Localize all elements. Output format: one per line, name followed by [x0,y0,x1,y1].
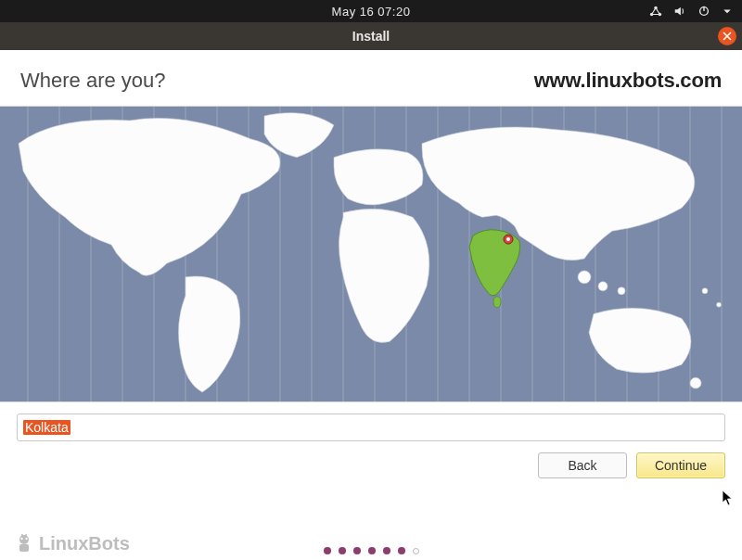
svg-rect-41 [21,534,23,537]
gnome-topbar: May 16 07:20 [0,0,742,22]
network-icon[interactable] [649,5,662,18]
svg-point-38 [19,535,29,544]
window-close-button[interactable] [718,27,736,45]
svg-point-37 [506,237,510,241]
timezone-map[interactable] [0,106,742,402]
step-dot [398,547,405,554]
svg-point-31 [618,287,625,295]
installer-footer: LinuxBots [0,547,742,554]
step-indicator [324,547,419,554]
installer-content: Where are you? www.linuxbots.com [0,50,742,560]
svg-point-35 [493,297,501,308]
svg-point-29 [578,271,591,284]
step-dot [353,547,361,554]
svg-rect-42 [25,534,27,537]
window-title: Install [352,29,390,44]
svg-point-30 [598,282,608,291]
brand-text: LinuxBots [39,533,130,554]
site-watermark: www.linuxbots.com [534,69,722,93]
power-icon[interactable] [697,5,710,18]
window-titlebar: Install [0,22,742,50]
svg-point-33 [717,302,722,307]
svg-point-40 [25,538,27,540]
volume-icon[interactable] [673,5,686,18]
continue-button[interactable]: Continue [636,452,725,478]
mouse-cursor-icon [722,490,735,509]
page-heading: Where are you? [20,69,166,93]
location-input-value: Kolkata [23,420,70,435]
step-dot [383,547,390,554]
clock: May 16 07:20 [332,5,411,19]
step-dot [339,547,346,554]
brand-logo: LinuxBots [13,532,130,554]
system-tray[interactable] [649,0,733,22]
svg-rect-43 [19,544,29,552]
chevron-down-icon[interactable] [722,6,733,17]
svg-point-34 [690,377,701,388]
step-dot-upcoming [413,548,419,554]
svg-point-39 [20,538,22,540]
back-button[interactable]: Back [538,452,627,478]
svg-point-32 [702,288,708,294]
location-input[interactable]: Kolkata [17,414,725,441]
step-dot [368,547,376,554]
step-dot [324,547,331,554]
